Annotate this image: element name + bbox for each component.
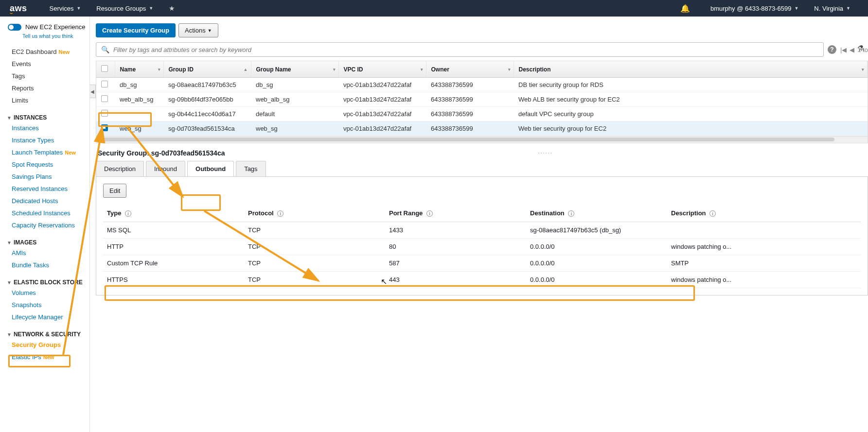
- column-group-name[interactable]: Group Name▾: [251, 61, 338, 78]
- sidebar-item-bundle-tasks[interactable]: Bundle Tasks: [5, 259, 89, 271]
- cell-gname: default: [251, 107, 338, 121]
- sidebar-item-amis[interactable]: AMIs: [5, 247, 89, 259]
- new-experience-toggle-row: New EC2 Experience: [5, 21, 89, 33]
- sidebar-item-volumes[interactable]: Volumes: [5, 287, 89, 299]
- sidebar-item-spot-requests[interactable]: Spot Requests: [5, 158, 89, 171]
- search-input[interactable]: [113, 46, 818, 53]
- cell-vpc: vpc-01ab13d247d22afaf: [338, 121, 426, 136]
- rule-cell-proto: TCP: [244, 272, 385, 288]
- cell-gid: sg-0d703fead561534ca: [163, 121, 251, 136]
- rule-column-description: Description i: [667, 205, 861, 222]
- section-images[interactable]: ▼IMAGES: [5, 238, 89, 247]
- column-description[interactable]: Description▾: [514, 61, 868, 78]
- rule-cell-desc: SMTP: [667, 255, 861, 272]
- actions-button[interactable]: Actions▼: [178, 23, 218, 37]
- help-icon[interactable]: ?: [828, 45, 836, 54]
- create-security-group-button[interactable]: Create Security Group: [96, 23, 176, 37]
- detail-body: Edit Type iProtocol iPort Range iDestina…: [96, 177, 868, 295]
- cell-owner: 643388736599: [426, 107, 514, 121]
- rule-cell-proto: TCP: [244, 239, 385, 255]
- rule-cell-type: MS SQL: [103, 222, 244, 239]
- row-checkbox[interactable]: [101, 124, 108, 131]
- panel-drag-handle[interactable]: ∙∙∙∙∙∙: [538, 150, 553, 156]
- sidebar-item-savings-plans[interactable]: Savings Plans: [5, 171, 89, 183]
- column-group-id[interactable]: Group ID▲: [163, 61, 251, 78]
- new-experience-toggle[interactable]: [8, 24, 21, 31]
- sort-icon: ▲: [244, 67, 248, 72]
- cell-name: web_sg: [115, 121, 163, 136]
- sidebar-item-tags[interactable]: Tags: [5, 70, 89, 82]
- region-menu[interactable]: N. Virginia▼: [806, 5, 858, 12]
- column-name[interactable]: Name▾: [115, 61, 163, 78]
- cell-name: web_alb_sg: [115, 92, 163, 107]
- tab-inbound[interactable]: Inbound: [146, 161, 185, 176]
- info-icon[interactable]: i: [426, 210, 433, 217]
- chevron-down-icon: ▼: [208, 28, 212, 33]
- rule-cell-type: Custom TCP Rule: [103, 255, 244, 272]
- row-checkbox[interactable]: [101, 110, 108, 117]
- sidebar-item-ec2-dashboard[interactable]: EC2 DashboardNew: [5, 46, 89, 58]
- column-owner[interactable]: Owner▾: [426, 61, 514, 78]
- sidebar-item-elastic-ips[interactable]: Elastic IPsNew: [5, 351, 89, 363]
- sidebar-item-snapshots[interactable]: Snapshots: [5, 299, 89, 311]
- tab-description[interactable]: Description: [96, 161, 144, 176]
- feedback-link[interactable]: Tell us what you think: [22, 33, 89, 39]
- info-icon[interactable]: i: [125, 210, 131, 217]
- column-vpc-id[interactable]: VPC ID▾: [338, 61, 426, 78]
- bell-icon[interactable]: 🔔: [673, 4, 698, 13]
- account-menu[interactable]: bmurphy @ 6433-8873-6599▼: [703, 5, 806, 12]
- sidebar-item-limits[interactable]: Limits: [5, 94, 89, 106]
- search-box[interactable]: 🔍: [96, 42, 824, 57]
- sidebar-item-capacity-reservations[interactable]: Capacity Reservations: [5, 219, 89, 231]
- select-all-checkbox[interactable]: [101, 65, 108, 72]
- table-row[interactable]: web_sgsg-0d703fead561534caweb_sgvpc-01ab…: [96, 121, 868, 136]
- section-instances[interactable]: ▼INSTANCES: [5, 113, 89, 122]
- sidebar-item-security-groups[interactable]: Security Groups: [5, 339, 89, 351]
- sidebar-item-scheduled-instances[interactable]: Scheduled Instances: [5, 207, 89, 219]
- row-checkbox[interactable]: [101, 81, 108, 87]
- info-icon[interactable]: i: [277, 210, 283, 217]
- sidebar-item-events[interactable]: Events: [5, 58, 89, 70]
- pin-icon[interactable]: ★: [161, 4, 183, 12]
- prev-page-icon[interactable]: ◀: [850, 46, 854, 53]
- cell-desc: default VPC security group: [514, 107, 868, 121]
- section-network[interactable]: ▼NETWORK & SECURITY: [5, 330, 89, 339]
- tab-tags[interactable]: Tags: [236, 161, 266, 176]
- info-icon[interactable]: i: [568, 210, 574, 217]
- table-row[interactable]: db_sgsg-08aeac817497b63c5db_sgvpc-01ab13…: [96, 78, 868, 92]
- resource-groups-menu[interactable]: Resource Groups▼: [89, 5, 161, 12]
- edit-button[interactable]: Edit: [103, 184, 126, 198]
- detail-title: Security Group: sg-0d703fead561534ca: [98, 149, 225, 157]
- section-ebs[interactable]: ▼ELASTIC BLOCK STORE: [5, 278, 89, 287]
- services-menu[interactable]: Services▼: [42, 5, 89, 12]
- sidebar-collapse-button[interactable]: ◀: [90, 85, 96, 98]
- table-row[interactable]: web_alb_sgsg-09bb6f4df37e065bbweb_alb_sg…: [96, 92, 868, 107]
- rule-cell-port: 80: [385, 239, 526, 255]
- top-nav: aws⌣ Services▼ Resource Groups▼ ★ 🔔 bmur…: [0, 0, 868, 17]
- sidebar-item-reports[interactable]: Reports: [5, 82, 89, 94]
- cell-name: [115, 107, 163, 121]
- rule-row: HTTPSTCP4430.0.0.0/0windows patching o..…: [103, 272, 861, 288]
- tab-outbound[interactable]: Outbound: [187, 161, 234, 176]
- cell-owner: 643388736599: [426, 121, 514, 136]
- horizontal-scrollbar[interactable]: [96, 137, 868, 143]
- sidebar-item-instances[interactable]: Instances: [5, 122, 89, 134]
- sidebar-item-reserved-instances[interactable]: Reserved Instances: [5, 183, 89, 195]
- cell-gname: db_sg: [251, 78, 338, 92]
- aws-logo[interactable]: aws⌣: [10, 3, 27, 14]
- rule-row: MS SQLTCP1433sg-08aeac817497b63c5 (db_sg…: [103, 222, 861, 239]
- cell-desc: Web ALB tier security group for EC2: [514, 92, 868, 107]
- info-icon[interactable]: i: [709, 210, 716, 217]
- sidebar-item-dedicated-hosts[interactable]: Dedicated Hosts: [5, 195, 89, 207]
- cell-owner: 643388736599: [426, 92, 514, 107]
- cell-vpc: vpc-01ab13d247d22afaf: [338, 107, 426, 121]
- rule-row: Custom TCP RuleTCP5870.0.0.0/0SMTP: [103, 255, 861, 272]
- sidebar-item-instance-types[interactable]: Instance Types: [5, 134, 89, 146]
- cell-gid: sg-08aeac817497b63c5: [163, 78, 251, 92]
- sidebar-item-lifecycle-manager[interactable]: Lifecycle Manager: [5, 311, 89, 323]
- first-page-icon[interactable]: |◀: [840, 46, 847, 53]
- sidebar-item-launch-templates[interactable]: Launch TemplatesNew: [5, 146, 89, 158]
- row-checkbox[interactable]: [101, 95, 108, 102]
- flask-icon[interactable]: ⚗: [857, 44, 864, 53]
- table-row[interactable]: sg-0b44c11ecc40d6a17defaultvpc-01ab13d24…: [96, 107, 868, 121]
